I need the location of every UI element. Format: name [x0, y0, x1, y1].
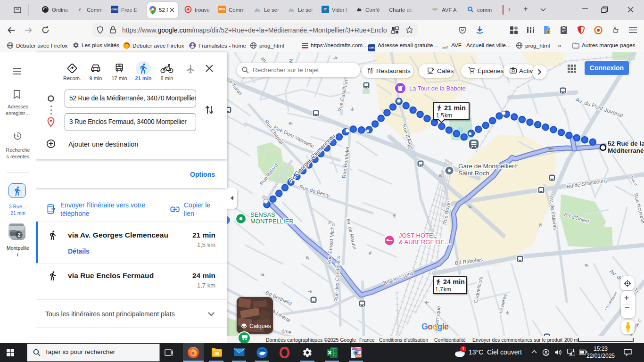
svg-text:La Tour de la Babote: La Tour de la Babote	[409, 85, 466, 92]
svg-text:52 Rue de laMéditerrané: 52 Rue de laMéditerrané	[608, 140, 644, 154]
svg-text:PDF: PDF	[356, 355, 362, 358]
